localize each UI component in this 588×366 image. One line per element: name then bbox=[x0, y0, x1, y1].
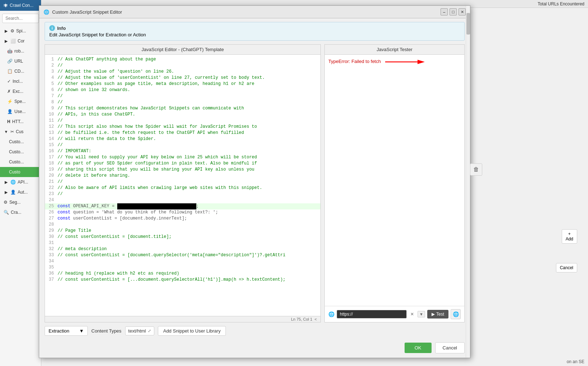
line-content: const userContentList = [document.body.i… bbox=[58, 216, 320, 222]
sidebar-item-auth[interactable]: ▶ 👤 Aut... bbox=[0, 187, 41, 197]
line-number: 11 bbox=[45, 118, 58, 124]
line-number: 27 bbox=[45, 216, 58, 222]
globe-icon: 🌐 bbox=[328, 311, 334, 317]
line-content bbox=[58, 222, 320, 228]
line-number: 34 bbox=[45, 258, 58, 265]
line-number: 36 bbox=[45, 271, 58, 277]
line-number: 33 bbox=[45, 252, 58, 258]
line-content: // const userContentList = [document.tit… bbox=[58, 234, 320, 240]
line-content: // bbox=[58, 118, 320, 124]
right-add-button[interactable]: + Add bbox=[562, 229, 577, 244]
info-description: Edit JavaScript Snippet for Extraction o… bbox=[49, 32, 460, 37]
line-content: // const userContentList = [...document.… bbox=[58, 277, 320, 283]
line-content: // heading h1 (replace with h2 etc as re… bbox=[58, 271, 320, 277]
play-icon: ▶ bbox=[432, 312, 435, 317]
sidebar-item-api[interactable]: ▶ 🌐 API... bbox=[0, 177, 41, 187]
sidebar-icon-search: 🔍 bbox=[4, 210, 9, 215]
sidebar-item-config[interactable]: ▶ ⬜ Cor bbox=[0, 36, 41, 46]
status-bar: Ln 75, Col 1 < bbox=[45, 316, 320, 322]
line-number: 23 bbox=[45, 191, 58, 197]
app-logo-icon: 🕷 bbox=[4, 3, 8, 8]
scrollbar-thumb[interactable] bbox=[466, 13, 470, 35]
editor-title: JavaScript Editor - (ChatGPT) Template bbox=[45, 45, 320, 55]
line-content: // This script also shows how the Spider… bbox=[58, 124, 320, 130]
line-content: // be fulfilled i.e. the fetch request t… bbox=[58, 130, 320, 136]
line-number: 31 bbox=[45, 240, 58, 246]
expand-content-type-button[interactable]: ⤢ bbox=[148, 329, 151, 333]
error-message: TypeError: Failed to fetch bbox=[328, 59, 381, 64]
url-dropdown-button[interactable]: ▼ bbox=[418, 311, 425, 317]
line-content bbox=[58, 258, 320, 265]
line-content bbox=[58, 197, 320, 203]
sidebar-item-url[interactable]: 🔗 URL bbox=[0, 56, 41, 66]
sidebar-item-spe[interactable]: ⚡ Spe... bbox=[0, 96, 41, 107]
line-content: // meta description bbox=[58, 246, 320, 252]
line-number: 8 bbox=[45, 99, 58, 105]
sidebar-item-cd[interactable]: 📋 CD... bbox=[0, 66, 41, 76]
js-tester: JavaScript Tester TypeError: Failed to f… bbox=[324, 44, 465, 322]
url-input[interactable] bbox=[337, 310, 407, 318]
bottom-bar: Extraction ▼ Content Types text/html ⤢ A… bbox=[45, 326, 465, 336]
open-browser-button[interactable]: 🌐 bbox=[451, 309, 461, 319]
line-number: 21 bbox=[45, 179, 58, 185]
sidebar-icon-user: 👤 bbox=[7, 109, 13, 114]
editor-container: JavaScript Editor - (ChatGPT) Template 1… bbox=[45, 44, 465, 322]
line-number: 5 bbox=[45, 81, 58, 87]
info-icon: i bbox=[49, 25, 55, 31]
sidebar-item-custom-4-active[interactable]: Custo bbox=[0, 167, 41, 177]
line-content: // Other examples such as page title, me… bbox=[58, 81, 320, 87]
sidebar-item-spider[interactable]: ▶ ⚙ Spi... bbox=[0, 26, 41, 36]
sidebar-item-cra[interactable]: 🔍 Cra... bbox=[0, 207, 41, 217]
delete-button[interactable]: 🗑 bbox=[470, 163, 482, 176]
sidebar-item-custom-1[interactable]: Custo... bbox=[0, 137, 41, 147]
line-number: 30 bbox=[45, 234, 58, 240]
search-input[interactable] bbox=[2, 14, 39, 23]
sidebar-item-incl[interactable]: ✓ Incl... bbox=[0, 76, 41, 86]
sidebar-icon-cd: 📋 bbox=[7, 69, 13, 74]
line-content: // const userContentList = [document.que… bbox=[58, 252, 320, 258]
line-content: // Ask ChatGPT anything about the page bbox=[58, 57, 320, 63]
sidebar-item-custom[interactable]: ▼ ✂ Cus bbox=[0, 127, 41, 137]
line-content: // bbox=[58, 191, 320, 197]
minimize-button[interactable]: – bbox=[441, 8, 448, 15]
clear-url-button[interactable]: ✕ bbox=[409, 311, 415, 317]
line-content: // This script demonstrates how JavaScri… bbox=[58, 105, 320, 112]
content-type-input: text/html ⤢ bbox=[125, 326, 154, 335]
info-bar: i Info Edit JavaScript Snippet for Extra… bbox=[45, 22, 465, 41]
line-number: 14 bbox=[45, 136, 58, 142]
sidebar-icon-url: 🔗 bbox=[7, 59, 13, 64]
code-editor-area[interactable]: 1// Ask ChatGPT anything about the page2… bbox=[45, 55, 320, 316]
extraction-dropdown[interactable]: Extraction ▼ bbox=[45, 326, 88, 336]
sidebar-item-custom-3[interactable]: Custo... bbox=[0, 157, 41, 167]
sidebar-item-seg[interactable]: ⚙ Seg... bbox=[0, 197, 41, 207]
sidebar-icon-auth-user: 👤 bbox=[10, 190, 16, 195]
top-bar-text: Total URLs Encountered bbox=[538, 1, 584, 6]
sidebar-item-excl[interactable]: ✗ Exc... bbox=[0, 86, 41, 96]
dialog-icon: 🌐 bbox=[44, 9, 49, 15]
bottom-right-text: on an SE bbox=[567, 359, 584, 364]
close-button[interactable]: ✕ bbox=[459, 8, 466, 15]
sidebar-item-http[interactable]: H HTT... bbox=[0, 117, 41, 127]
sidebar-item-user[interactable]: 👤 Use... bbox=[0, 107, 41, 117]
line-content: // Adjust the value of 'question' on lin… bbox=[58, 69, 320, 75]
tester-body: TypeError: Failed to fetch bbox=[325, 55, 464, 306]
right-cancel-button[interactable]: Cancel bbox=[556, 263, 577, 272]
line-number: 16 bbox=[45, 148, 58, 154]
ok-button[interactable]: OK bbox=[405, 343, 432, 353]
test-button[interactable]: ▶ Test bbox=[427, 310, 448, 318]
line-number: 1 bbox=[45, 57, 58, 63]
sidebar-item-custom-2[interactable]: Custo... bbox=[0, 147, 41, 157]
sidebar-icon-globe: 🌐 bbox=[10, 180, 16, 185]
dialog: 🌐 Custom JavaScript Snippet Editor – □ ✕… bbox=[39, 5, 470, 358]
add-snippet-button[interactable]: Add Snippet to User Library bbox=[158, 326, 226, 336]
line-content: // bbox=[58, 93, 320, 99]
cancel-button[interactable]: Cancel bbox=[435, 342, 465, 353]
sidebar-item-robots[interactable]: 🤖 rob... bbox=[0, 46, 41, 56]
maximize-button[interactable]: □ bbox=[450, 8, 457, 15]
line-number: 22 bbox=[45, 185, 58, 191]
line-number: 32 bbox=[45, 246, 58, 252]
editor-scrollbar[interactable] bbox=[466, 6, 470, 358]
sidebar-icon-box: ⬜ bbox=[10, 39, 16, 44]
line-number: 24 bbox=[45, 197, 58, 203]
triangle-icon: ▶ bbox=[4, 39, 9, 44]
